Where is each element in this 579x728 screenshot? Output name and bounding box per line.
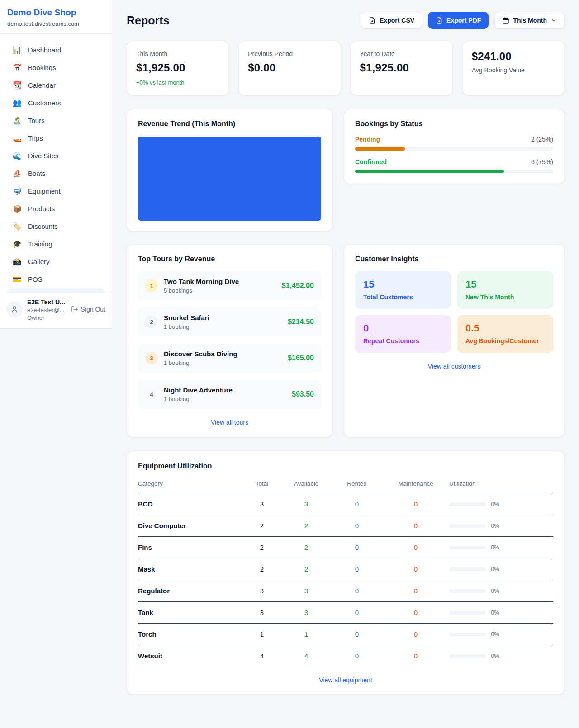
top-tours-title: Top Tours by Revenue xyxy=(138,255,321,263)
stat-value: $1,925.00 xyxy=(136,61,219,74)
utilization-bar xyxy=(449,611,485,615)
tile-new-this-month: 15 New This Month xyxy=(457,271,553,309)
export-pdf-button[interactable]: Export PDF xyxy=(428,12,489,29)
tour-bookings: 5 bookings xyxy=(164,287,239,294)
stat-value: $241.00 xyxy=(472,50,555,63)
stat-card-avg-booking-value: $241.00 Avg Booking Value xyxy=(462,41,565,95)
table-header-row: Category Total Available Rented Maintena… xyxy=(138,476,553,493)
sidebar-item-bookings[interactable]: 📅 Bookings xyxy=(5,59,107,76)
tile-label: New This Month xyxy=(465,293,545,301)
tile-value: 15 xyxy=(465,279,545,290)
cell-total: 4 xyxy=(243,652,281,660)
sidebar-item-label: Training xyxy=(28,240,52,248)
cell-total: 1 xyxy=(243,630,281,638)
sidebar-item-products[interactable]: 📦 Products xyxy=(5,200,107,217)
view-all-customers-link[interactable]: View all customers xyxy=(428,363,480,370)
sailboat-icon: ⛵ xyxy=(13,169,22,178)
chevron-down-icon xyxy=(551,17,557,24)
tour-name: Snorkel Safari xyxy=(164,314,209,321)
cell-utilization: 0% xyxy=(491,522,499,529)
speedboat-icon: 🚤 xyxy=(13,134,22,142)
utilization-bar xyxy=(449,567,485,571)
cell-rented: 0 xyxy=(332,587,382,595)
table-row: Tank 3 3 0 0 0% xyxy=(138,602,553,624)
utilization-bar xyxy=(449,502,485,506)
view-all-tours-link[interactable]: View all tours xyxy=(211,419,248,426)
tour-bookings: 1 booking xyxy=(164,323,209,330)
tour-row: 1 Two Tank Morning Dive 5 bookings $1,45… xyxy=(138,271,321,300)
sidebar-item-discounts[interactable]: 🏷️ Discounts xyxy=(5,217,107,235)
stat-card-this-month: This Month $1,925.00 +0% vs last month xyxy=(127,41,229,95)
cell-available: 3 xyxy=(281,609,332,616)
sign-out-label: Sign Out xyxy=(81,306,105,313)
tile-label: Avg Bookings/Customer xyxy=(465,337,545,345)
tour-bookings: 1 booking xyxy=(164,396,233,402)
tile-label: Total Customers xyxy=(363,293,443,301)
people-icon: 👥 xyxy=(13,99,22,107)
tour-name: Discover Scuba Diving xyxy=(164,350,237,358)
cell-category: Tank xyxy=(138,609,243,616)
cell-maintenance: 0 xyxy=(382,522,449,529)
tag-icon: 🏷️ xyxy=(13,222,22,231)
sidebar-item-label: Discounts xyxy=(28,222,58,230)
utilization-bar xyxy=(449,589,485,593)
cell-total: 3 xyxy=(243,500,281,508)
sidebar-item-boats[interactable]: ⛵ Boats xyxy=(5,165,107,182)
sign-out-icon xyxy=(71,306,78,313)
tour-bookings: 1 booking xyxy=(164,359,237,366)
rank-badge: 3 xyxy=(145,352,158,364)
status-label: Pending xyxy=(355,136,380,143)
sidebar-item-reports-partial[interactable] xyxy=(7,288,104,293)
view-all-equipment-link[interactable]: View all equipment xyxy=(319,676,372,684)
sidebar-nav: 📊 Dashboard 📅 Bookings 📆 Calendar 👥 Cust… xyxy=(0,34,112,293)
sign-out-button[interactable]: Sign Out xyxy=(71,306,105,313)
status-row-pending: Pending 2 (25%) xyxy=(355,136,553,151)
cell-maintenance: 0 xyxy=(382,587,449,595)
brand: Demo Dive Shop demo.test.divestreams.com xyxy=(0,0,112,34)
col-category: Category xyxy=(138,480,243,487)
stat-label: Previous Period xyxy=(248,50,331,57)
rank-badge: 2 xyxy=(145,316,158,328)
equipment-utilization-card: Equipment Utilization Category Total Ava… xyxy=(127,451,565,695)
sidebar-item-label: Boats xyxy=(28,170,45,177)
tile-repeat-customers: 0 Repeat Customers xyxy=(355,315,451,353)
sidebar-item-customers[interactable]: 👥 Customers xyxy=(5,94,107,112)
export-csv-button[interactable]: Export CSV xyxy=(361,12,422,29)
col-maintenance: Maintenance xyxy=(382,480,449,487)
cell-rented: 0 xyxy=(332,630,382,638)
stat-card-year-to-date: Year to Date $1,925.00 xyxy=(351,41,453,95)
bookings-by-status-title: Bookings by Status xyxy=(355,120,553,128)
sidebar-item-gallery[interactable]: 📸 Gallery xyxy=(5,253,107,270)
cell-available: 2 xyxy=(281,544,332,551)
stat-label: Year to Date xyxy=(360,50,443,57)
sidebar-item-label: Trips xyxy=(28,134,43,142)
tour-revenue: $93.50 xyxy=(292,390,314,398)
cell-category: BCD xyxy=(138,500,243,508)
sidebar-item-label: Dashboard xyxy=(28,46,61,54)
sidebar-item-training[interactable]: 🎓 Training xyxy=(5,235,107,253)
sidebar-item-trips[interactable]: 🚤 Trips xyxy=(5,129,107,147)
tour-name: Two Tank Morning Dive xyxy=(164,278,239,285)
cell-category: Dive Computer xyxy=(138,522,243,529)
credit-card-icon: 💳 xyxy=(13,275,22,284)
sidebar-item-dashboard[interactable]: 📊 Dashboard xyxy=(5,41,107,59)
cell-maintenance: 0 xyxy=(382,652,449,660)
utilization-bar xyxy=(449,633,485,636)
sidebar-item-label: POS xyxy=(28,275,43,283)
customer-insights-card: Customer Insights 15 Total Customers 15 … xyxy=(344,244,565,437)
tile-total-customers: 15 Total Customers xyxy=(355,271,451,309)
tile-value: 0 xyxy=(363,322,443,334)
period-dropdown[interactable]: This Month xyxy=(494,12,565,29)
user-role: Owner xyxy=(27,314,65,321)
package-icon: 📦 xyxy=(13,204,22,213)
shop-domain: demo.test.divestreams.com xyxy=(7,20,104,27)
tile-value: 0.5 xyxy=(465,322,545,334)
sidebar-item-equipment[interactable]: 🤿 Equipment xyxy=(5,182,107,200)
col-available: Available xyxy=(281,480,332,487)
utilization-bar xyxy=(449,546,485,549)
sidebar-item-dive-sites[interactable]: 🌊 Dive Sites xyxy=(5,147,107,165)
sidebar-item-calendar[interactable]: 📆 Calendar xyxy=(5,76,107,94)
sidebar-item-tours[interactable]: 🏝️ Tours xyxy=(5,112,107,129)
table-row: Regulator 3 3 0 0 0% xyxy=(138,580,553,602)
sidebar-item-pos[interactable]: 💳 POS xyxy=(5,270,107,288)
